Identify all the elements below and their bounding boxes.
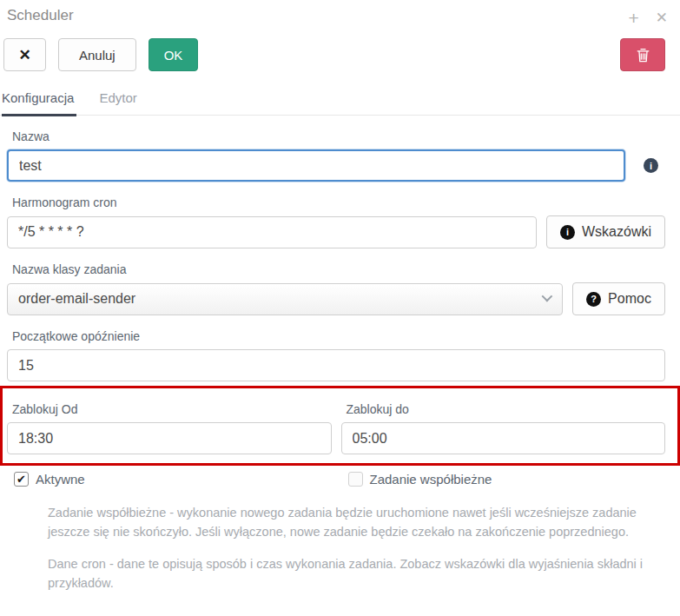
- close-icon[interactable]: ✕: [656, 10, 668, 25]
- help-paragraph-cron: Dane cron - dane te opisują sposób i cza…: [48, 554, 661, 593]
- window-controls: + ✕: [628, 9, 668, 27]
- chevron-down-icon: [542, 290, 553, 301]
- active-checkbox-label: Aktywne: [36, 472, 85, 487]
- initial-delay-input[interactable]: [7, 349, 665, 381]
- window-header: Scheduler + ✕: [0, 0, 680, 27]
- close-button[interactable]: ✕: [3, 38, 46, 71]
- cancel-button[interactable]: Anuluj: [58, 38, 136, 71]
- help-button-label: Pomoc: [608, 291, 651, 307]
- toolbar: ✕ Anuluj OK: [3, 38, 665, 71]
- block-to-input[interactable]: [341, 422, 666, 454]
- tab-bar: Konfiguracja Edytor: [0, 90, 680, 116]
- add-icon[interactable]: +: [628, 9, 638, 27]
- ok-button[interactable]: OK: [149, 38, 199, 71]
- hints-button-label: Wskazówki: [582, 224, 651, 240]
- cron-label: Harmonogram cron: [12, 195, 665, 209]
- active-checkbox[interactable]: ✔ Aktywne: [7, 472, 332, 487]
- checkbox-unchecked-icon: [348, 472, 363, 487]
- job-class-selected-value: order-email-sender: [18, 291, 135, 307]
- help-button[interactable]: ? Pomoc: [572, 282, 665, 315]
- hints-button[interactable]: i Wskazówki: [546, 215, 665, 248]
- question-circle-icon: ?: [586, 292, 601, 307]
- highlighted-block-section: Zablokuj Od Zablokuj do: [0, 386, 680, 466]
- info-icon[interactable]: i: [644, 158, 658, 173]
- name-label: Nazwa: [12, 129, 665, 143]
- window-title: Scheduler: [7, 7, 74, 24]
- checkbox-section: ✔ Aktywne Zadanie współbieżne: [0, 472, 680, 487]
- block-to-label: Zablokuj do: [347, 402, 666, 416]
- cron-input[interactable]: [7, 216, 537, 248]
- info-circle-icon: i: [560, 225, 575, 240]
- tab-edytor[interactable]: Edytor: [99, 90, 136, 115]
- name-input[interactable]: [7, 149, 625, 182]
- initial-delay-label: Początkowe opóźnienie: [12, 329, 665, 343]
- trash-icon: [637, 48, 650, 63]
- help-paragraph-concurrent: Zadanie współbieżne - wykonanie nowego z…: [48, 503, 661, 542]
- delete-button[interactable]: [620, 38, 665, 71]
- concurrent-checkbox-label: Zadanie współbieżne: [370, 472, 492, 487]
- block-from-label: Zablokuj Od: [12, 402, 332, 416]
- tab-konfiguracja[interactable]: Konfiguracja: [2, 90, 76, 115]
- help-text: Zadanie współbieżne - wykonanie nowego z…: [48, 503, 661, 593]
- scheduler-form: Nazwa i Harmonogram cron i Wskazówki Naz…: [0, 129, 680, 466]
- concurrent-checkbox[interactable]: Zadanie współbieżne: [341, 472, 666, 487]
- job-class-label: Nazwa klasy zadania: [12, 262, 665, 276]
- job-class-select[interactable]: order-email-sender: [7, 283, 563, 315]
- block-from-input[interactable]: [7, 422, 332, 454]
- checkbox-checked-icon: ✔: [14, 472, 29, 487]
